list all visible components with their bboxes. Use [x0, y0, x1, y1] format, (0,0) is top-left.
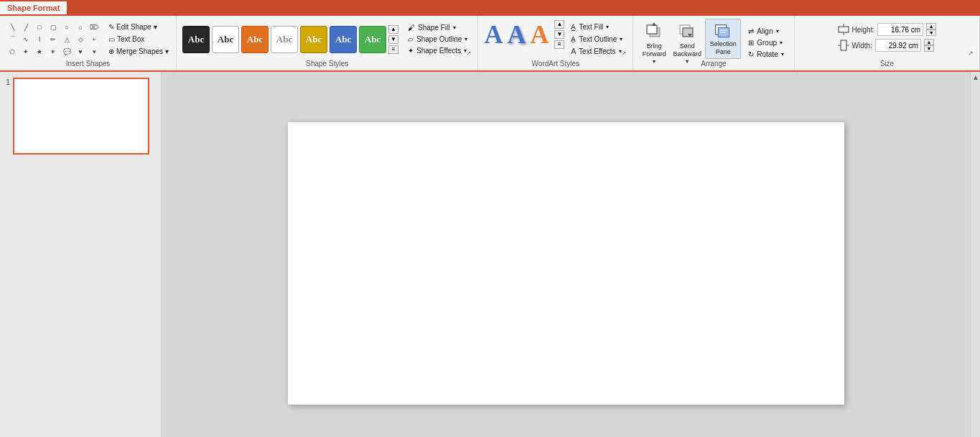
ribbon: ╲ ╱ □ ▢ ○ ⌂ ⌦ ⌒ ∿ ⌇ ✏ △ ◇ + ⬠ ✦ ★ ✶ 💬	[0, 16, 980, 72]
wordart-scroll-down[interactable]: ▼	[554, 30, 564, 39]
scroll-track[interactable]	[971, 83, 980, 437]
size-content: Height: ▲ ▼ Width: ▲ ▼	[832, 19, 943, 62]
right-scrollbar[interactable]: ▲ ▼	[970, 72, 980, 437]
wordart-a-shadow[interactable]: A	[507, 22, 526, 47]
shapes-more[interactable]: ▾	[88, 46, 101, 58]
width-row: Width: ▲ ▼	[838, 39, 937, 52]
slide-canvas[interactable]	[288, 122, 844, 405]
width-icon	[838, 40, 849, 51]
shape-chevron[interactable]: ⌦	[88, 22, 101, 33]
rotate-button[interactable]: ↻ Rotate ▾	[744, 49, 788, 60]
wordart-dialog-launcher[interactable]: ↗	[621, 50, 630, 58]
merge-shapes-dropdown-icon: ▾	[165, 47, 169, 55]
shape-trap[interactable]: ⌂	[74, 22, 87, 33]
arrange-title: Arrange	[633, 60, 793, 68]
text-outline-button[interactable]: A̤ Text Outline ▾	[566, 34, 627, 45]
edit-shape-icon: ✎	[108, 23, 114, 31]
shape-effects-icon: ✦	[408, 47, 414, 55]
insert-shapes-title: Insert Shapes	[0, 60, 176, 68]
group-button[interactable]: ⊞ Group ▾	[744, 37, 788, 48]
wordart-scroll-up[interactable]: ▲	[554, 20, 564, 29]
shape-scribble[interactable]: ✏	[47, 34, 60, 45]
shape-freeform[interactable]: ⌇	[33, 34, 46, 45]
shape-star6[interactable]: ✶	[47, 46, 60, 58]
text-effects-icon: A	[571, 47, 576, 55]
shape-effects-button[interactable]: ✦ Shape Effects ▾	[403, 45, 472, 56]
shape-curve[interactable]: ∿	[19, 34, 32, 45]
shape-arc[interactable]: ⌒	[6, 34, 19, 45]
style-scroll-up[interactable]: ▲	[388, 25, 398, 34]
insert-shapes-buttons: ✎ Edit Shape ▾ ▭ Text Box ⊕ Merge Shapes…	[106, 22, 172, 57]
shape-style-orange[interactable]: Abc	[241, 26, 269, 53]
height-increment[interactable]: ▲	[926, 23, 936, 29]
shape-style-yellow[interactable]: Abc	[300, 26, 327, 53]
selection-pane-button[interactable]: SelectionPane	[705, 19, 741, 59]
shape-pentagon[interactable]: ⬠	[6, 46, 19, 58]
wordart-a-plain[interactable]: A	[484, 22, 503, 47]
edit-shape-button[interactable]: ✎ Edit Shape ▾	[106, 22, 172, 32]
svg-rect-4	[683, 28, 693, 37]
shape-diamond[interactable]: ◇	[74, 34, 87, 45]
shape-styles-title: Shape Styles	[177, 60, 477, 68]
width-input[interactable]	[875, 39, 921, 52]
slide-thumbnail[interactable]	[13, 78, 149, 155]
shape-outline-button[interactable]: ▱ Shape Outline ▾	[403, 34, 472, 45]
height-label: Height:	[852, 26, 875, 34]
shape-arrow[interactable]: △	[60, 34, 73, 45]
wordart-letters: A A A ▲ ▼ ≡	[484, 20, 564, 59]
arrange-section: BringForward ▾ SendBackward ▾	[633, 16, 794, 70]
shape-outline-dropdown-icon: ▾	[465, 36, 467, 42]
slide-thumb-wrapper: 1	[6, 78, 155, 155]
svg-rect-1	[647, 25, 657, 34]
width-decrement[interactable]: ▼	[924, 45, 934, 52]
shape-rect[interactable]: □	[33, 22, 46, 33]
shape-style-dark[interactable]: Abc	[182, 26, 210, 53]
rotate-icon: ↻	[748, 50, 754, 58]
text-box-button[interactable]: ▭ Text Box	[106, 34, 172, 45]
merge-shapes-button[interactable]: ⊕ Merge Shapes ▾	[106, 46, 172, 57]
shape-fill-button[interactable]: 🖌 Shape Fill ▾	[403, 22, 472, 33]
shape-callout[interactable]: 💬	[60, 46, 73, 58]
style-more[interactable]: ≡	[388, 45, 398, 54]
shape-fill-icon: 🖌	[408, 24, 415, 32]
main-area: 1 ▲ ▼	[0, 72, 980, 437]
wordart-more[interactable]: ≡	[554, 40, 564, 49]
text-fill-button[interactable]: A̲ Text Fill ▾	[566, 22, 627, 32]
width-label: Width:	[852, 42, 872, 50]
shapes-grid: ╲ ╱ □ ▢ ○ ⌂ ⌦ ⌒ ∿ ⌇ ✏ △ ◇ + ⬠ ✦ ★ ✶ 💬	[6, 22, 101, 58]
shape-heart[interactable]: ♥	[74, 46, 87, 58]
align-button[interactable]: ⇌ Align ▾	[744, 26, 788, 37]
size-dialog-launcher[interactable]: ↗	[968, 50, 976, 58]
text-outline-dropdown-icon: ▾	[620, 36, 622, 42]
send-backward-icon	[677, 21, 697, 41]
shape-line2[interactable]: ╱	[19, 22, 32, 33]
shape-star5[interactable]: ★	[33, 46, 46, 58]
width-spinner: ▲ ▼	[924, 39, 934, 52]
shape-styles-dialog-launcher[interactable]: ↗	[466, 50, 475, 58]
shape-round-rect[interactable]: ▢	[47, 22, 60, 33]
width-increment[interactable]: ▲	[924, 39, 934, 45]
style-scroll-down[interactable]: ▼	[388, 35, 398, 44]
shape-style-gray[interactable]: Abc	[271, 26, 298, 53]
shape-plus[interactable]: +	[88, 34, 101, 45]
shape-format-tab[interactable]: Shape Format	[0, 1, 67, 14]
shape-ellipse[interactable]: ○	[60, 22, 73, 33]
shape-line[interactable]: ╲	[6, 22, 19, 33]
text-fill-dropdown-icon: ▾	[606, 24, 609, 30]
height-input[interactable]	[877, 23, 923, 36]
shape-style-blue[interactable]: Abc	[330, 26, 357, 53]
shape-style-swatches: Abc Abc Abc Abc Abc Abc Abc ▲ ▼ ≡	[182, 25, 398, 54]
shape-style-white[interactable]: Abc	[212, 26, 239, 53]
height-icon	[838, 24, 849, 35]
shape-format-tab-bar: Shape Format	[0, 0, 980, 16]
wordart-a-gradient[interactable]: A	[530, 22, 549, 47]
height-spinner: ▲ ▼	[926, 23, 936, 36]
shape-style-green[interactable]: Abc	[359, 26, 386, 53]
height-decrement[interactable]: ▼	[926, 29, 936, 36]
text-effects-button[interactable]: A Text Effects ▾	[566, 46, 627, 57]
insert-shapes-section: ╲ ╱ □ ▢ ○ ⌂ ⌦ ⌒ ∿ ⌇ ✏ △ ◇ + ⬠ ✦ ★ ✶ 💬	[0, 16, 177, 70]
canvas-area[interactable]	[162, 72, 970, 437]
slide-number: 1	[6, 78, 10, 86]
shape-star4[interactable]: ✦	[19, 46, 32, 58]
scroll-up-arrow[interactable]: ▲	[971, 72, 980, 83]
